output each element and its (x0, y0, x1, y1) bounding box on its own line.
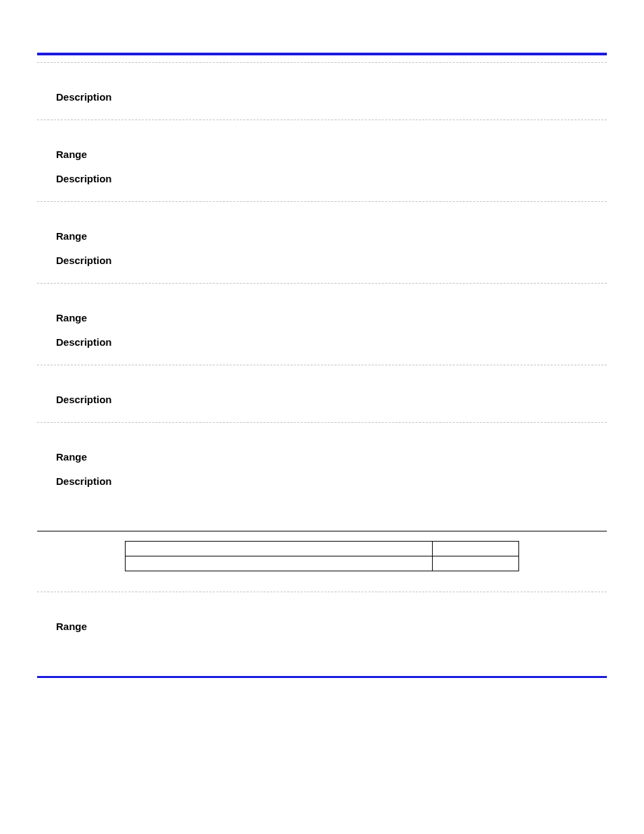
document-page: Description Range Description Range Desc… (37, 53, 607, 678)
range-label: Range (56, 230, 607, 242)
section-block: Range Description (37, 202, 607, 283)
table-row (126, 556, 519, 571)
small-table (125, 541, 519, 571)
section-block: Description (37, 365, 607, 422)
table-cell (126, 556, 433, 571)
description-label: Description (56, 394, 607, 406)
table-wrap (37, 541, 607, 571)
range-label: Range (56, 451, 607, 463)
table-row (126, 542, 519, 556)
description-label: Description (56, 336, 607, 348)
section-block: Description (37, 63, 607, 120)
table-cell (433, 542, 519, 556)
range-label: Range (56, 312, 607, 324)
table-cell (433, 556, 519, 571)
range-label: Range (56, 149, 607, 161)
description-label: Description (56, 475, 607, 488)
solid-separator (37, 531, 607, 531)
section-block: Range Description (37, 120, 607, 201)
range-label: Range (56, 621, 607, 633)
section-block: Range (37, 592, 607, 649)
section-block: Range Description (37, 423, 607, 504)
description-label: Description (56, 255, 607, 267)
top-rule (37, 53, 607, 55)
description-label: Description (56, 91, 607, 103)
description-label: Description (56, 173, 607, 185)
section-block: Range Description (37, 284, 607, 365)
table-cell (126, 542, 433, 556)
bottom-rule (37, 676, 607, 678)
